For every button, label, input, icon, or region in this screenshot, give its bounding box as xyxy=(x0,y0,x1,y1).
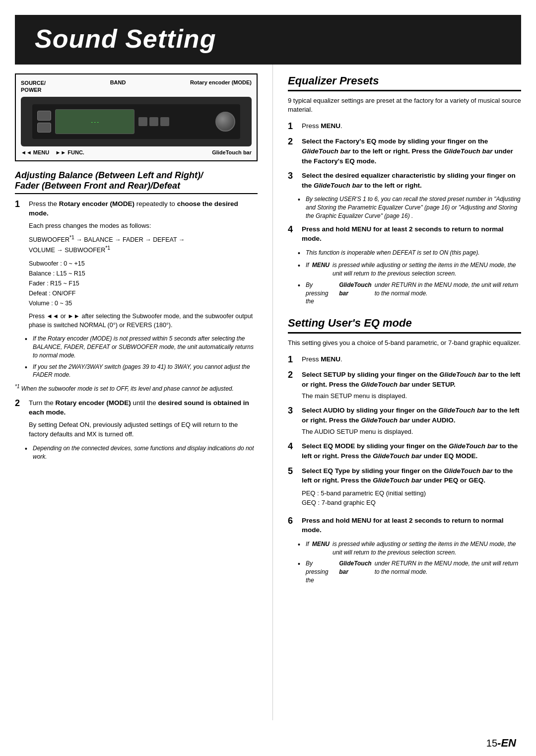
left-column: SOURCE/POWER BAND Rotary encoder (MODE) xyxy=(15,65,273,720)
eq-step3-num: 3 xyxy=(288,171,298,190)
ueq-bullet2: By pressing the GlideTouch bar under RET… xyxy=(298,559,521,584)
device-screen: --- xyxy=(55,109,134,134)
band-label: BAND xyxy=(110,79,126,94)
ueq-step5-content: Select EQ Type by sliding your finger on… xyxy=(302,466,521,511)
ueq-step3-sub: The AUDIO SETUP menu is displayed. xyxy=(302,427,521,437)
device-diagram: SOURCE/POWER BAND Rotary encoder (MODE) xyxy=(15,73,258,161)
device-unit-inner: --- xyxy=(32,104,240,139)
title-bar: Sound Setting xyxy=(15,15,521,65)
mode-sequence: SUBWOOFER*1 → BALANCE → FADER → DEFEAT →… xyxy=(29,234,258,255)
step2-num: 2 xyxy=(15,398,25,439)
page: Sound Setting SOURCE/POWER BAND Rotary e… xyxy=(0,0,536,756)
step2-content: Turn the Rotary encoder (MODE) until the… xyxy=(29,398,258,439)
device-labels-top: SOURCE/POWER BAND Rotary encoder (MODE) xyxy=(21,79,252,94)
ueq-step1-content: Press MENU. xyxy=(302,354,521,365)
step2-sub: By setting Defeat ON, previously adjuste… xyxy=(29,420,258,439)
eq-step1-content: Press MENU. xyxy=(302,121,521,132)
eq-step1: 1 Press MENU. xyxy=(288,121,521,132)
ueq-step1: 1 Press MENU. xyxy=(288,354,521,365)
source-power-label: SOURCE/POWER xyxy=(21,79,46,94)
step1-note: Press ◄◄ or ►► after selecting the Subwo… xyxy=(29,312,258,330)
eq-step4-content: Press and hold MENU for at least 2 secon… xyxy=(302,224,521,244)
bullet1: If the Rotary encoder (MODE) is not pres… xyxy=(25,335,258,359)
ueq-step2-content: Select SETUP by sliding your finger on t… xyxy=(302,370,521,401)
button-2 xyxy=(37,123,51,133)
device-unit: --- xyxy=(21,97,252,146)
eq-step4: 4 Press and hold MENU for at least 2 sec… xyxy=(288,224,521,244)
section1-heading: Adjusting Balance (Between Left and Righ… xyxy=(15,170,258,194)
ueq-step6-num: 6 xyxy=(288,516,298,535)
page-number: 15-EN xyxy=(0,720,536,756)
ueq-step1-num: 1 xyxy=(288,354,298,365)
step2: 2 Turn the Rotary encoder (MODE) until t… xyxy=(15,398,258,439)
page-title: Sound Setting xyxy=(35,24,501,54)
ueq-step3-content: Select AUDIO by sliding your finger on t… xyxy=(302,406,521,436)
eq-step1-num: 1 xyxy=(288,121,298,132)
button-1 xyxy=(37,111,51,121)
step1-num: 1 xyxy=(15,199,25,330)
eq-bullet4: By pressing the GlideTouch bar under RET… xyxy=(298,281,521,306)
mid-btn-1 xyxy=(138,117,147,126)
rotary-label: Rotary encoder (MODE) xyxy=(190,79,252,94)
mid-btn-3 xyxy=(160,117,169,126)
eq-intro: 9 typical equalizer settings are preset … xyxy=(288,96,521,114)
ueq-step2: 2 Select SETUP by sliding your finger on… xyxy=(288,370,521,401)
eq-step3: 3 Select the desired equalizer character… xyxy=(288,171,521,190)
ueq-step5: 5 Select EQ Type by sliding your finger … xyxy=(288,466,521,511)
page-num-value: 15 xyxy=(486,738,497,749)
left-buttons xyxy=(37,111,51,133)
eq-step2-content: Select the Factory's EQ mode by sliding … xyxy=(302,137,521,166)
footnote1: *1 When the subwoofer mode is set to OFF… xyxy=(15,383,258,393)
screen-display: --- xyxy=(90,119,99,124)
eq-step2: 2 Select the Factory's EQ mode by slidin… xyxy=(288,137,521,166)
ueq-step3: 3 Select AUDIO by sliding your finger on… xyxy=(288,406,521,436)
ueq-step5-num: 5 xyxy=(288,466,298,511)
eq-bullet2: This function is inoperable when DEFEAT … xyxy=(298,249,521,259)
menu-func-label: ◄◄ MENU ►► FUNC. xyxy=(21,149,84,155)
mid-buttons xyxy=(138,117,169,126)
page-suffix: -EN xyxy=(497,737,516,749)
ueq-step6: 6 Press and hold MENU for at least 2 sec… xyxy=(288,516,521,535)
bullet2: If you set the 2WAY/3WAY switch (pages 3… xyxy=(25,363,258,380)
ueq-step2-num: 2 xyxy=(288,370,298,401)
ueq-step3-num: 3 xyxy=(288,406,298,436)
eq-bullet3: If MENU is pressed while adjusting or se… xyxy=(298,261,521,278)
step1-content: Press the Rotary encoder (MODE) repeated… xyxy=(29,199,258,330)
mid-btn-2 xyxy=(149,117,158,126)
eq-presets-heading: Equalizer Presets xyxy=(288,74,521,91)
rotary-knob xyxy=(215,112,235,132)
ueq-step6-content: Press and hold MENU for at least 2 secon… xyxy=(302,516,521,535)
eq-bullet1: By selecting USER'S 1 to 6, you can reca… xyxy=(298,195,521,220)
step1-sub: Each press changes the modes as follows: xyxy=(29,221,258,231)
bullet3: Depending on the connected devices, some… xyxy=(25,444,258,461)
step1: 1 Press the Rotary encoder (MODE) repeat… xyxy=(15,199,258,330)
right-column: Equalizer Presets 9 typical equalizer se… xyxy=(273,65,521,720)
ueq-step4: 4 Select EQ MODE by sliding your finger … xyxy=(288,441,521,461)
device-labels-bottom: ◄◄ MENU ►► FUNC. GlideTouch bar xyxy=(21,149,252,155)
mode-values: Subwoofer : 0 ~ +15 Balance : L15 ~ R15 … xyxy=(29,259,258,308)
ueq-step4-num: 4 xyxy=(288,441,298,461)
eq-step3-content: Select the desired equalizer characteris… xyxy=(302,171,521,190)
eq-step4-num: 4 xyxy=(288,224,298,244)
ueq-bullet1: If MENU is pressed while adjusting or se… xyxy=(298,540,521,557)
user-eq-heading: Setting User's EQ mode xyxy=(288,317,521,334)
ueq-step2-sub: The main SETUP menu is displayed. xyxy=(302,392,521,401)
user-eq-intro: This setting gives you a choice of 5-ban… xyxy=(288,339,521,347)
peq-geq-note: PEQ : 5-band parametric EQ (initial sett… xyxy=(302,488,521,508)
ueq-step4-content: Select EQ MODE by sliding your finger on… xyxy=(302,441,521,461)
eq-step2-num: 2 xyxy=(288,137,298,166)
glidetouch-label: GlideTouch bar xyxy=(212,149,252,155)
